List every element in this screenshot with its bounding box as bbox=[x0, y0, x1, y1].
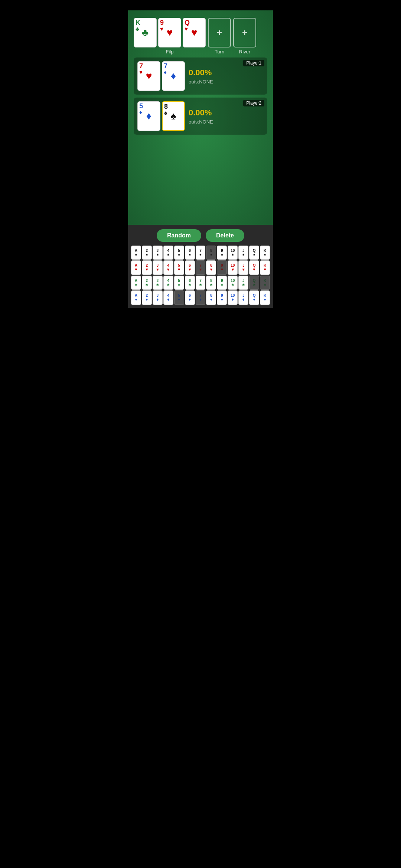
player2-card1[interactable]: 5 ♦ ♦ bbox=[137, 101, 160, 131]
card-suit: ♥ bbox=[160, 26, 163, 32]
grid-card-suit: ♣ bbox=[210, 283, 212, 287]
grid-card[interactable]: A♠ bbox=[131, 246, 141, 260]
grid-card[interactable]: 7♣ bbox=[196, 276, 206, 290]
player1-card2[interactable]: 7 ♦ ♦ bbox=[162, 61, 185, 91]
grid-card[interactable]: 4♣ bbox=[163, 276, 173, 290]
grid-card[interactable]: 6♦ bbox=[185, 290, 195, 305]
grid-card[interactable]: 4♦ bbox=[163, 290, 173, 305]
grid-card[interactable]: Q♠ bbox=[249, 246, 259, 260]
river-group: + River bbox=[233, 18, 256, 55]
grid-card-suit: ♠ bbox=[199, 253, 202, 257]
grid-card[interactable]: J♥ bbox=[238, 260, 248, 274]
flop-label: Filp bbox=[166, 49, 174, 55]
grid-card[interactable]: Q♣ bbox=[249, 276, 259, 290]
grid-card-suit: ♦ bbox=[253, 297, 255, 302]
turn-group: + Turn bbox=[208, 18, 231, 55]
grid-card[interactable]: 8♣ bbox=[206, 276, 216, 290]
player1-stats: 0.00% outs:NONE bbox=[189, 68, 213, 85]
grid-card[interactable]: K♥ bbox=[260, 260, 270, 274]
card-rank: 7 bbox=[164, 63, 167, 69]
grid-card[interactable]: A♥ bbox=[131, 260, 141, 274]
grid-card[interactable]: 9♠ bbox=[217, 246, 227, 260]
grid-card-suit: ♠ bbox=[156, 253, 159, 257]
community-card-2[interactable]: 9 ♥ ♥ bbox=[158, 18, 181, 47]
table-area: K ♣ ♣ 9 ♥ ♥ Q ♥ ♥ Filp bbox=[128, 10, 273, 225]
community-card-3[interactable]: Q ♥ ♥ bbox=[183, 18, 206, 47]
grid-card[interactable]: 7♦ bbox=[196, 290, 206, 305]
grid-card[interactable]: 6♠ bbox=[185, 246, 195, 260]
river-plus: + bbox=[242, 27, 247, 38]
grid-card-suit: ♥ bbox=[199, 267, 202, 272]
grid-card-suit: ♥ bbox=[156, 267, 159, 272]
grid-card[interactable]: 4♠ bbox=[163, 246, 173, 260]
grid-card[interactable]: J♠ bbox=[238, 246, 248, 260]
grid-card[interactable]: 6♥ bbox=[185, 260, 195, 274]
grid-card[interactable]: J♣ bbox=[238, 276, 248, 290]
grid-card[interactable]: 7♠ bbox=[196, 246, 206, 260]
community-card-1[interactable]: K ♣ ♣ bbox=[134, 18, 157, 47]
grid-card-suit: ♦ bbox=[156, 297, 159, 302]
random-button[interactable]: Random bbox=[157, 229, 201, 242]
grid-card[interactable]: 2♠ bbox=[142, 246, 152, 260]
turn-card[interactable]: + bbox=[208, 18, 231, 47]
grid-card[interactable]: 8♥ bbox=[206, 260, 216, 274]
grid-card[interactable]: 2♦ bbox=[142, 290, 152, 305]
grid-card-suit: ♣ bbox=[253, 283, 255, 287]
grid-card[interactable]: A♣ bbox=[131, 276, 141, 290]
grid-card[interactable]: 3♣ bbox=[153, 276, 163, 290]
grid-card[interactable]: 10♣ bbox=[228, 276, 238, 290]
grid-card-suit: ♠ bbox=[242, 253, 245, 257]
grid-card[interactable]: 3♠ bbox=[153, 246, 163, 260]
card-suit: ♥ bbox=[185, 26, 188, 32]
card-rank: 7 bbox=[139, 63, 143, 69]
delete-button[interactable]: Delete bbox=[206, 229, 244, 242]
card-center-suit: ♥ bbox=[146, 70, 152, 82]
grid-card-suit: ♣ bbox=[178, 283, 180, 287]
grid-card[interactable]: 5♠ bbox=[174, 246, 184, 260]
river-label: River bbox=[239, 49, 250, 55]
grid-card[interactable]: 5♣ bbox=[174, 276, 184, 290]
grid-card[interactable]: 5♦ bbox=[174, 290, 184, 305]
grid-card[interactable]: 10♥ bbox=[228, 260, 238, 274]
grid-card-suit: ♦ bbox=[221, 297, 223, 302]
grid-card[interactable]: 5♥ bbox=[174, 260, 184, 274]
grid-card[interactable]: 7♥ bbox=[196, 260, 206, 274]
grid-card[interactable]: K♦ bbox=[260, 290, 270, 305]
grid-card[interactable]: K♠ bbox=[260, 246, 270, 260]
card-center-suit: ♠ bbox=[171, 110, 176, 122]
grid-card-suit: ♦ bbox=[232, 297, 234, 302]
grid-card[interactable]: 10♠ bbox=[228, 246, 238, 260]
river-card[interactable]: + bbox=[233, 18, 256, 47]
player1-card1[interactable]: 7 ♥ ♥ bbox=[137, 61, 160, 91]
grid-card[interactable]: Q♥ bbox=[249, 260, 259, 274]
grid-card-suit: ♣ bbox=[264, 283, 266, 287]
grid-card[interactable]: 8♦ bbox=[206, 290, 216, 305]
grid-card[interactable]: 6♣ bbox=[185, 276, 195, 290]
grid-card[interactable]: 9♦ bbox=[217, 290, 227, 305]
card-suit: ♥ bbox=[139, 69, 143, 75]
card-center-suit: ♦ bbox=[171, 70, 176, 82]
grid-card[interactable]: 8♠ bbox=[206, 246, 216, 260]
grid-card[interactable]: J♦ bbox=[238, 290, 248, 305]
card-suit: ♣ bbox=[136, 26, 139, 32]
grid-card-suit: ♠ bbox=[221, 253, 223, 257]
player2-card2[interactable]: 8 ♠ ♠ bbox=[162, 101, 185, 131]
grid-card[interactable]: A♦ bbox=[131, 290, 141, 305]
grid-card[interactable]: 9♣ bbox=[217, 276, 227, 290]
grid-card[interactable]: 2♥ bbox=[142, 260, 152, 274]
grid-card-suit: ♣ bbox=[221, 283, 223, 287]
grid-card-suit: ♦ bbox=[264, 297, 266, 302]
grid-card[interactable]: 3♦ bbox=[153, 290, 163, 305]
grid-card[interactable]: 9♥ bbox=[217, 260, 227, 274]
player1-section: Player1 7 ♥ ♥ 7 ♦ ♦ 0.00% outs:NONE bbox=[134, 57, 267, 95]
grid-card[interactable]: 3♥ bbox=[153, 260, 163, 274]
grid-card[interactable]: Q♦ bbox=[249, 290, 259, 305]
grid-card-suit: ♠ bbox=[232, 253, 234, 257]
grid-card-suit: ♦ bbox=[189, 297, 191, 302]
card-suit: ♦ bbox=[139, 109, 142, 115]
grid-card[interactable]: K♣ bbox=[260, 276, 270, 290]
card-center-suit: ♥ bbox=[191, 27, 198, 39]
grid-card[interactable]: 2♣ bbox=[142, 276, 152, 290]
grid-card[interactable]: 10♦ bbox=[228, 290, 238, 305]
grid-card[interactable]: 4♥ bbox=[163, 260, 173, 274]
